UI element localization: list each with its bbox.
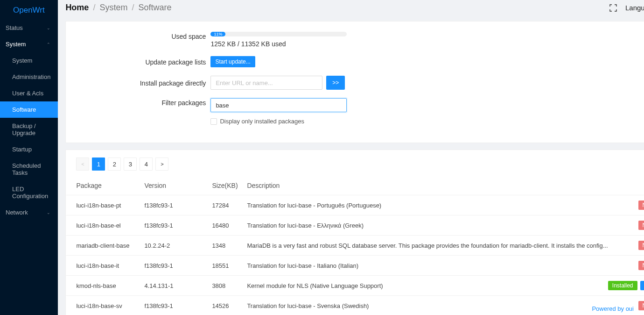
pkg-name: mariadb-client-base (76, 242, 144, 249)
pkg-name: luci-i18n-base-pt (76, 202, 144, 209)
page-3[interactable]: 3 (124, 158, 137, 171)
pkg-version: 4.14.131-1 (144, 282, 212, 289)
breadcrumb-system[interactable]: System (99, 3, 127, 12)
sidebar-item-status[interactable]: Status⌄ (0, 20, 58, 36)
pagination: < 1234 > (66, 150, 644, 175)
table-row: kmod-nls-base4.14.131-13808Kernel module… (66, 276, 644, 296)
breadcrumb-home[interactable]: Home (65, 3, 89, 12)
col-actions: # (615, 182, 644, 189)
table-row: luci-i18n-base-ptf138fc93-117284Translat… (66, 195, 644, 215)
status-installed[interactable]: Installed (608, 281, 637, 290)
pkg-actions: Not installed (615, 261, 644, 270)
only-installed-checkbox[interactable] (210, 118, 217, 125)
status-not-installed[interactable]: Not installed (638, 261, 644, 270)
start-update-button[interactable]: Start update... (210, 56, 255, 67)
pkg-actions: Not installed (615, 200, 644, 210)
pkg-desc: Translation for luci-base - Ελληνικά (Gr… (247, 222, 614, 229)
used-space-bar: 11% (210, 32, 347, 36)
sidebar-item-system[interactable]: System⌃ (0, 36, 58, 52)
breadcrumb-software: Software (139, 3, 172, 12)
pkg-version: f138fc93-1 (144, 262, 212, 269)
sidebar-sub-backup-upgrade[interactable]: Backup / Upgrade (0, 118, 58, 141)
install-go-button[interactable]: >> (326, 76, 345, 90)
pkg-version: 10.2.24-2 (144, 242, 212, 249)
pkg-version: f138fc93-1 (144, 222, 212, 229)
chevron-down-icon: ⌄ (47, 210, 50, 215)
breadcrumb: Home / System / Software (65, 3, 171, 13)
pkg-desc: Translation for luci-base - Português (P… (247, 202, 614, 209)
pkg-name: luci-i18n-base-el (76, 222, 144, 229)
sidebar-sub-led-configuration[interactable]: LED Configuration (0, 181, 58, 204)
col-size: Size(KB) (212, 182, 247, 189)
pkg-desc: Translation for luci-base - Svenska (Swe… (247, 302, 614, 309)
status-not-installed[interactable]: Not installed (638, 221, 644, 230)
table-row: luci-i18n-base-elf138fc93-116480Translat… (66, 215, 644, 236)
pkg-actions: Not installed (615, 241, 644, 250)
pkg-desc: Translation for luci-base - Italiano (It… (247, 262, 614, 269)
status-upgradable[interactable]: Upgradable (640, 281, 644, 290)
install-url-input[interactable] (210, 76, 322, 90)
pkg-size: 17284 (212, 202, 247, 209)
filter-label: Filter packages (66, 98, 210, 107)
col-version: Version (144, 182, 212, 189)
table-row: luci-i18n-base-svf138fc93-114526Translat… (66, 296, 644, 315)
status-not-installed[interactable]: Not installed (638, 301, 644, 310)
results-card: < 1234 > Package Version Size(KB) Descri… (65, 150, 644, 315)
page-4[interactable]: 4 (140, 158, 153, 171)
footer[interactable]: Powered by oui (592, 305, 634, 312)
pkg-actions: InstalledUpgradable (615, 281, 644, 290)
pkg-size: 14526 (212, 302, 247, 309)
page-prev[interactable]: < (76, 158, 89, 171)
used-space-text: 1252 KB / 11352 KB used (210, 40, 286, 48)
only-installed-label: Display only installed packages (220, 118, 304, 125)
form-card: Used space 11% 1252 KB / 11352 KB used U… (65, 21, 644, 143)
sidebar-sub-administration[interactable]: Administration (0, 69, 58, 85)
col-description: Description (247, 182, 614, 189)
table-row: luci-i18n-base-itf138fc93-118551Translat… (66, 256, 644, 276)
pkg-size: 3808 (212, 282, 247, 289)
fullscreen-icon[interactable] (609, 4, 617, 12)
status-not-installed[interactable]: Not installed (638, 241, 644, 250)
page-1[interactable]: 1 (92, 158, 105, 171)
language-selector[interactable]: Language⌄ (625, 4, 644, 12)
pkg-desc: MariaDB is a very fast and robust SQL da… (247, 242, 614, 249)
header: Home / System / Software Language⌄ root⌄ (58, 0, 644, 16)
update-label: Update package lists (66, 57, 210, 66)
pkg-actions: Not installed (615, 221, 644, 230)
brand: OpenWrt (0, 0, 58, 20)
col-package: Package (76, 182, 144, 189)
pkg-version: f138fc93-1 (144, 202, 212, 209)
used-space-label: Used space (66, 32, 210, 40)
pkg-name: luci-i18n-base-sv (76, 302, 144, 309)
sidebar-sub-software[interactable]: Software (0, 101, 58, 118)
status-not-installed[interactable]: Not installed (638, 200, 644, 210)
sidebar: OpenWrt Status⌄ System⌃ SystemAdministra… (0, 0, 58, 315)
sidebar-sub-user-acls[interactable]: User & Acls (0, 85, 58, 101)
install-label: Install package directly (66, 79, 210, 87)
pkg-version: f138fc93-1 (144, 302, 212, 309)
pkg-size: 16480 (212, 222, 247, 229)
sidebar-sub-startup[interactable]: Startup (0, 141, 58, 158)
pkg-name: kmod-nls-base (76, 282, 144, 289)
used-space-fill: 11% (210, 32, 225, 36)
pkg-name: luci-i18n-base-it (76, 262, 144, 269)
pkg-size: 1348 (212, 242, 247, 249)
filter-input[interactable] (210, 98, 347, 112)
sidebar-item-network[interactable]: Network⌄ (0, 204, 58, 221)
sidebar-sub-system[interactable]: System (0, 52, 58, 69)
table-row: mariadb-client-base10.2.24-21348MariaDB … (66, 236, 644, 256)
page-next[interactable]: > (155, 158, 168, 171)
pkg-size: 18551 (212, 262, 247, 269)
chevron-up-icon: ⌃ (47, 42, 50, 47)
sidebar-sub-scheduled-tasks[interactable]: Scheduled Tasks (0, 158, 58, 181)
page-2[interactable]: 2 (108, 158, 121, 171)
chevron-down-icon: ⌄ (47, 26, 50, 30)
pkg-desc: Kernel module for NLS (Native Language S… (247, 282, 614, 289)
